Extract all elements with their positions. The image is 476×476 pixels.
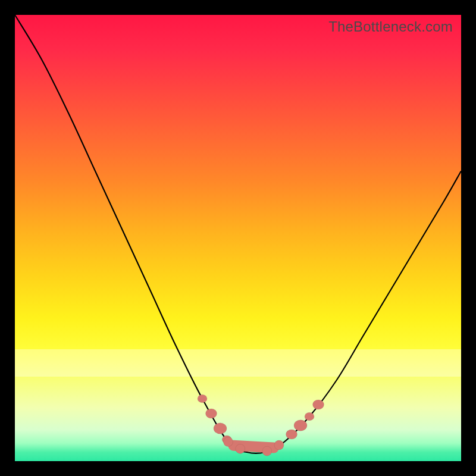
bead-marker <box>224 437 233 447</box>
bottleneck-curve <box>15 15 461 453</box>
bead-marker <box>206 409 217 418</box>
chart-svg <box>15 15 461 461</box>
bead-marker <box>286 430 298 439</box>
bead-marker <box>274 440 284 450</box>
bead-marker <box>313 400 324 409</box>
bead-marker <box>236 444 245 453</box>
bead-marker <box>214 423 227 434</box>
bead-marker <box>198 394 207 403</box>
chart-frame: TheBottleneck.com <box>15 15 461 461</box>
bead-marker <box>305 412 314 421</box>
bead-marker <box>294 420 307 431</box>
curve-group <box>15 15 461 456</box>
bead-marker <box>262 446 272 456</box>
